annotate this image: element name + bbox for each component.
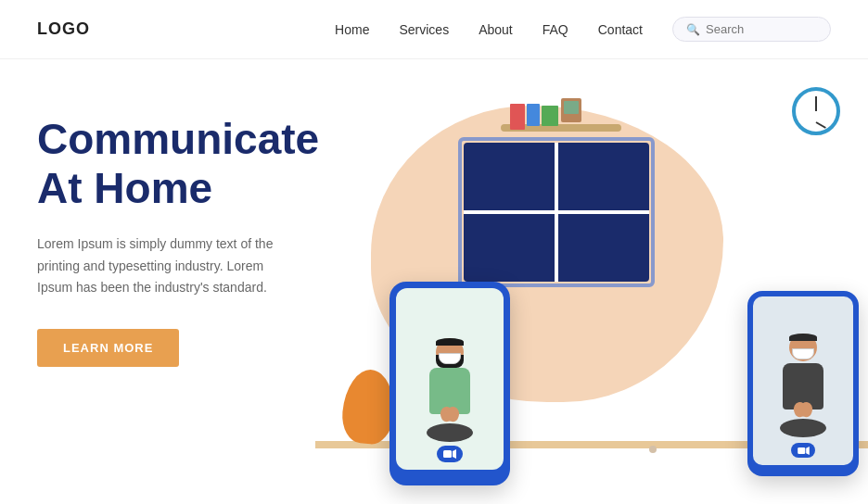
nav-item-home[interactable]: Home bbox=[335, 22, 369, 37]
video-icon bbox=[443, 449, 456, 459]
phone-screen-right bbox=[753, 296, 853, 465]
svg-rect-2 bbox=[798, 447, 805, 453]
search-box[interactable]: 🔍 bbox=[672, 17, 831, 42]
wall-clock bbox=[792, 87, 840, 135]
woman-head bbox=[436, 338, 464, 366]
book-1 bbox=[510, 104, 525, 130]
video-icon-right bbox=[798, 447, 810, 455]
learn-more-button[interactable]: LEARN MORE bbox=[37, 329, 179, 367]
book-2 bbox=[527, 104, 540, 126]
nav-item-about[interactable]: About bbox=[479, 22, 513, 37]
svg-marker-1 bbox=[453, 449, 456, 459]
hero-description: Lorem Ipsum is simply dummy text of the … bbox=[37, 233, 297, 299]
woman-mask bbox=[439, 353, 461, 364]
man-hands bbox=[794, 402, 812, 417]
phone-screen-left bbox=[396, 288, 504, 470]
man-legs bbox=[780, 419, 826, 437]
search-input[interactable] bbox=[706, 22, 817, 36]
nav-item-contact[interactable]: Contact bbox=[598, 22, 643, 37]
main-nav: Home Services About FAQ Contact 🔍 bbox=[335, 17, 831, 42]
man-head bbox=[789, 334, 817, 361]
svg-marker-3 bbox=[806, 447, 810, 455]
search-icon: 🔍 bbox=[686, 23, 700, 36]
nav-item-faq[interactable]: FAQ bbox=[542, 22, 568, 37]
logo: LOGO bbox=[37, 19, 90, 39]
svg-rect-0 bbox=[443, 450, 452, 458]
hair-top bbox=[436, 338, 464, 346]
person-woman bbox=[427, 338, 473, 442]
hero-illustration bbox=[315, 59, 868, 504]
window-frame bbox=[458, 137, 655, 287]
hero-left: Communicate At Home Lorem Ipsum is simpl… bbox=[0, 59, 356, 367]
nav-item-services[interactable]: Services bbox=[399, 22, 449, 37]
person-man bbox=[780, 334, 826, 437]
phone-right bbox=[747, 291, 859, 476]
woman-legs bbox=[427, 423, 473, 442]
man-hair-top bbox=[789, 334, 817, 341]
book-3 bbox=[542, 106, 558, 126]
header: LOGO Home Services About FAQ Contact 🔍 bbox=[0, 0, 868, 59]
video-call-button-right bbox=[791, 443, 815, 458]
photo-frame bbox=[561, 98, 581, 122]
phone-left bbox=[389, 282, 510, 485]
room-scene bbox=[445, 96, 686, 300]
man-mask bbox=[792, 348, 814, 359]
shadow-dot-2 bbox=[649, 446, 657, 453]
woman-hands bbox=[440, 407, 459, 422]
hero-title: Communicate At Home bbox=[37, 115, 319, 213]
main-content: Communicate At Home Lorem Ipsum is simpl… bbox=[0, 59, 868, 504]
video-call-button-left bbox=[437, 446, 463, 462]
